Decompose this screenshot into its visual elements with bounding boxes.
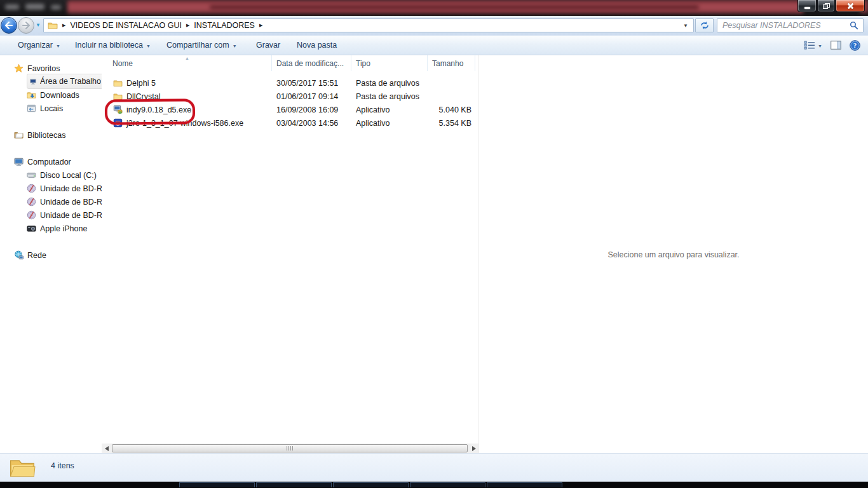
sidebar-item-unidade-bd-rom-3[interactable]: Unidade de BD-ROM xyxy=(27,208,102,222)
scroll-left-button[interactable] xyxy=(102,444,111,453)
horizontal-scrollbar[interactable] xyxy=(102,444,478,453)
sidebar-item-label: Computador xyxy=(27,158,71,166)
breadcrumb-segment[interactable]: INSTALADORES xyxy=(194,21,255,30)
sidebar-item-label: Unidade de BD-ROM xyxy=(40,211,102,220)
sort-ascending-icon: ▲ xyxy=(185,56,189,60)
sidebar-item-computador[interactable]: Computador xyxy=(14,155,71,168)
search-input[interactable] xyxy=(717,21,850,30)
preview-pane-button[interactable] xyxy=(831,41,841,50)
recent-places-icon xyxy=(27,104,36,113)
column-header-label: Data de modificaç... xyxy=(276,59,344,68)
sidebar-item-label: Apple iPhone xyxy=(40,224,87,233)
preview-pane-icon xyxy=(831,41,841,50)
column-header-label: Tipo xyxy=(356,59,370,68)
minimize-button[interactable] xyxy=(797,0,817,12)
share-with-menu-button[interactable]: Compartilhar com ▼ xyxy=(163,36,241,55)
file-date: 03/04/2003 14:56 xyxy=(272,119,351,128)
navigation-pane: Favoritos Área de Trabalho Downloads Loc… xyxy=(0,55,102,453)
downloads-icon xyxy=(27,90,36,100)
sidebar-item-disco-local-c[interactable]: Disco Local (C:) xyxy=(27,168,97,182)
sidebar-item-unidade-bd-rom-1[interactable]: Unidade de BD-ROM xyxy=(27,182,102,195)
chevron-down-icon: ▼ xyxy=(146,44,151,48)
computer-icon xyxy=(14,157,24,166)
restore-button[interactable] xyxy=(817,0,835,12)
file-date: 16/09/2008 16:09 xyxy=(272,105,351,114)
sidebar-item-label: Rede xyxy=(27,251,46,260)
refresh-button[interactable] xyxy=(695,18,714,32)
close-button[interactable] xyxy=(836,0,865,12)
sidebar-item-locais[interactable]: Locais xyxy=(27,102,63,115)
taskbar-button[interactable] xyxy=(256,482,332,487)
toolbar-item-label: Nova pasta xyxy=(297,41,337,50)
command-toolbar: Organizar ▼ Incluir na biblioteca ▼ Comp… xyxy=(0,36,868,55)
preview-pane: Selecione um arquivo para visualizar. xyxy=(479,55,868,453)
toolbar-right-group: ▼ ? xyxy=(804,36,860,55)
file-name: Delphi 5 xyxy=(126,79,156,88)
sidebar-item-rede[interactable]: Rede xyxy=(14,248,46,262)
sidebar-item-label: Locais xyxy=(40,104,63,113)
column-header-tipo[interactable]: Tipo xyxy=(351,55,428,71)
new-folder-button[interactable]: Nova pasta xyxy=(293,36,341,55)
scroll-right-button[interactable] xyxy=(469,444,478,453)
taskbar-button[interactable] xyxy=(410,482,485,487)
help-button[interactable]: ? xyxy=(850,40,860,51)
sidebar-item-apple-iphone[interactable]: Apple iPhone xyxy=(27,222,87,235)
sidebar-item-label: Bibliotecas xyxy=(27,131,65,140)
toolbar-item-label: Gravar xyxy=(256,41,280,50)
camera-icon xyxy=(27,224,36,233)
redacted-smudge xyxy=(25,4,44,10)
red-circle-annotation xyxy=(105,98,195,125)
breadcrumb-segment[interactable]: VIDEOS DE INSTALACAO GUI xyxy=(70,21,182,30)
recent-pages-chevron-icon[interactable]: ▼ xyxy=(36,23,41,28)
address-root-crumb[interactable] xyxy=(48,21,58,30)
sidebar-item-unidade-bd-rom-2[interactable]: Unidade de BD-ROM xyxy=(27,195,102,208)
back-button[interactable] xyxy=(1,17,17,34)
forward-button[interactable] xyxy=(18,17,34,34)
triangle-right-icon xyxy=(472,446,476,451)
network-icon xyxy=(14,250,24,260)
taskbar-button[interactable] xyxy=(487,482,562,487)
address-dropdown-chevron-icon[interactable]: ▼ xyxy=(683,23,688,29)
file-type: Aplicativo xyxy=(351,119,428,128)
sidebar-item-downloads[interactable]: Downloads xyxy=(27,88,79,102)
sidebar-item-label: Downloads xyxy=(40,91,79,100)
chevron-down-icon: ▼ xyxy=(818,44,822,48)
column-header-label: Tamanho xyxy=(432,59,463,68)
include-in-library-menu-button[interactable]: Incluir na biblioteca ▼ xyxy=(71,36,154,55)
burn-button[interactable]: Gravar xyxy=(252,36,284,55)
column-header-data[interactable]: Data de modificaç... xyxy=(272,55,351,71)
restore-icon xyxy=(823,3,830,9)
redacted-smudge xyxy=(51,5,61,10)
toolbar-item-label: Organizar xyxy=(18,41,53,50)
sidebar-item-favoritos[interactable]: Favoritos xyxy=(14,62,60,75)
star-icon xyxy=(14,64,24,73)
breadcrumb-arrow-icon: ▶ xyxy=(62,22,65,29)
file-row-delphi5[interactable]: Delphi 5 30/05/2017 15:51 Pasta de arqui… xyxy=(102,76,478,90)
taskbar xyxy=(0,482,868,488)
sidebar-item-bibliotecas[interactable]: Bibliotecas xyxy=(14,128,65,142)
scrollbar-thumb[interactable] xyxy=(112,444,468,452)
disc-icon xyxy=(27,184,36,193)
file-type: Aplicativo xyxy=(351,105,428,114)
triangle-left-icon xyxy=(105,446,109,451)
main-area: Favoritos Área de Trabalho Downloads Loc… xyxy=(0,55,868,453)
search-box xyxy=(717,18,864,32)
toolbar-item-label: Incluir na biblioteca xyxy=(75,41,143,50)
column-header-tamanho[interactable]: Tamanho xyxy=(428,55,475,71)
organize-menu-button[interactable]: Organizar ▼ xyxy=(14,36,64,55)
file-type: Pasta de arquivos xyxy=(351,79,428,88)
chevron-down-icon: ▼ xyxy=(233,44,237,48)
sidebar-item-area-de-trabalho[interactable]: Área de Trabalho xyxy=(27,74,102,89)
close-icon xyxy=(847,3,854,10)
column-headers: Nome Data de modificaç... Tipo Tamanho xyxy=(102,55,475,71)
search-icon[interactable] xyxy=(850,21,858,30)
taskbar-button[interactable] xyxy=(333,482,409,487)
change-view-button[interactable]: ▼ xyxy=(804,41,822,50)
forward-arrow-icon xyxy=(22,22,31,29)
taskbar-button[interactable] xyxy=(179,482,255,487)
address-bar[interactable]: ▶ VIDEOS DE INSTALACAO GUI ▶ INSTALADORE… xyxy=(43,18,694,32)
toolbar-item-label: Compartilhar com xyxy=(166,41,229,50)
folder-icon xyxy=(48,21,58,30)
svg-text:?: ? xyxy=(853,41,857,49)
sidebar-item-label: Área de Trabalho xyxy=(40,77,101,86)
